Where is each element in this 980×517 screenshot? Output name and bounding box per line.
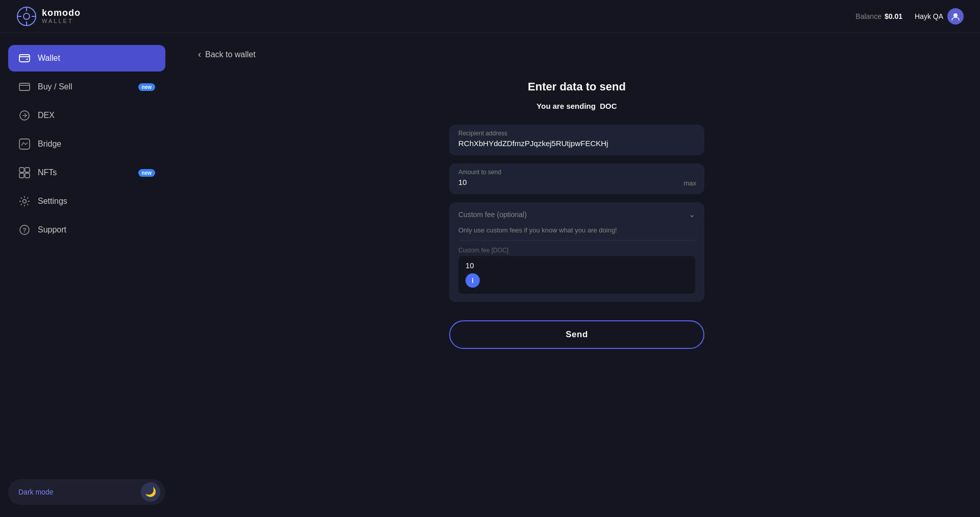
nfts-icon	[18, 167, 31, 179]
sidebar: Wallet Buy / Sell new DEX	[0, 33, 174, 517]
svg-rect-14	[19, 173, 24, 178]
sidebar-item-nfts[interactable]: NFTs new	[8, 159, 165, 186]
main-layout: Wallet Buy / Sell new DEX	[0, 33, 980, 517]
buy-sell-icon	[18, 81, 31, 93]
dex-icon	[18, 109, 31, 122]
svg-rect-15	[25, 173, 30, 178]
user-avatar	[947, 8, 964, 25]
komodo-logo-icon	[16, 6, 37, 27]
amount-input[interactable]	[458, 178, 695, 186]
logo-sub: WALLET	[42, 18, 81, 24]
sidebar-item-wallet[interactable]: Wallet	[8, 45, 165, 72]
send-title: Enter data to send	[449, 80, 704, 93]
balance-value: $0.01	[885, 12, 902, 20]
main-content: ‹ Back to wallet Enter data to send You …	[174, 33, 980, 517]
chevron-down-icon: ⌄	[689, 209, 695, 219]
custom-fee-input-wrapper	[458, 256, 695, 294]
bridge-icon	[18, 138, 31, 150]
amount-label: Amount to send	[458, 169, 695, 176]
support-icon: ?	[18, 224, 31, 236]
sidebar-item-support[interactable]: ? Support	[8, 217, 165, 243]
dark-mode-toggle[interactable]: Dark mode 🌙	[8, 479, 165, 505]
recipient-field: Recipient address	[449, 125, 704, 155]
amount-field: Amount to send max	[449, 163, 704, 194]
subtitle-prefix: You are sending	[536, 102, 596, 110]
custom-fee-section: Custom fee (optional) ⌄ Only use custom …	[449, 202, 704, 302]
wallet-icon	[18, 52, 31, 64]
balance-label: Balance	[855, 12, 881, 20]
user-name: Hayk QA	[915, 12, 943, 20]
max-button[interactable]: max	[683, 179, 696, 187]
sidebar-item-settings[interactable]: Settings	[8, 188, 165, 215]
sidebar-item-dex-label: DEX	[38, 111, 155, 120]
sidebar-item-bridge[interactable]: Bridge	[8, 131, 165, 157]
header: komodo WALLET Balance $0.01 Hayk QA	[0, 0, 980, 33]
svg-text:?: ?	[22, 226, 27, 234]
custom-fee-label: Custom fee (optional)	[458, 210, 527, 219]
back-arrow-icon: ‹	[198, 49, 201, 60]
logo-text: komodo WALLET	[42, 8, 81, 25]
svg-point-1	[23, 13, 30, 19]
sidebar-item-nfts-label: NFTs	[38, 168, 131, 177]
sending-subtitle: You are sending DOC	[449, 102, 704, 110]
svg-point-8	[27, 59, 28, 60]
amount-wrapper: Amount to send max	[449, 163, 704, 194]
user-section[interactable]: Hayk QA	[915, 8, 964, 25]
settings-icon	[18, 195, 31, 207]
buy-sell-badge: new	[138, 83, 155, 91]
logo-name: komodo	[42, 8, 81, 18]
send-button[interactable]: Send	[449, 320, 704, 349]
sidebar-item-bridge-label: Bridge	[38, 139, 155, 149]
sidebar-item-dex[interactable]: DEX	[8, 102, 165, 129]
svg-rect-12	[19, 168, 24, 172]
back-to-wallet-link[interactable]: ‹ Back to wallet	[198, 49, 256, 60]
header-right: Balance $0.01 Hayk QA	[855, 8, 964, 25]
tooltip-icon	[465, 273, 480, 288]
logo: komodo WALLET	[16, 6, 81, 27]
custom-fee-input[interactable]	[465, 261, 688, 270]
svg-rect-9	[19, 83, 30, 90]
sidebar-item-settings-label: Settings	[38, 197, 155, 206]
coin-label: DOC	[600, 102, 617, 110]
custom-fee-expanded: Only use custom fees if you know what yo…	[449, 222, 704, 302]
sidebar-item-buy-sell[interactable]: Buy / Sell new	[8, 74, 165, 100]
dark-mode-knob: 🌙	[141, 482, 160, 502]
sidebar-item-wallet-label: Wallet	[38, 54, 155, 63]
recipient-input[interactable]	[458, 139, 695, 148]
recipient-label: Recipient address	[458, 130, 695, 137]
svg-rect-7	[19, 55, 30, 62]
sidebar-item-support-label: Support	[38, 225, 155, 234]
custom-fee-warning: Only use custom fees if you know what yo…	[458, 222, 695, 241]
svg-point-16	[23, 200, 27, 203]
svg-point-6	[953, 13, 958, 17]
sidebar-item-buy-sell-label: Buy / Sell	[38, 82, 131, 91]
nfts-badge: new	[138, 169, 155, 177]
recipient-wrapper: Recipient address	[449, 125, 704, 155]
balance-section: Balance $0.01	[855, 12, 902, 20]
back-to-wallet-label: Back to wallet	[205, 50, 256, 59]
dark-mode-label: Dark mode	[18, 488, 53, 496]
send-form: Enter data to send You are sending DOC R…	[449, 80, 704, 349]
svg-rect-13	[25, 168, 30, 172]
custom-fee-inner-label: Custom fee [DOC]	[458, 247, 695, 254]
